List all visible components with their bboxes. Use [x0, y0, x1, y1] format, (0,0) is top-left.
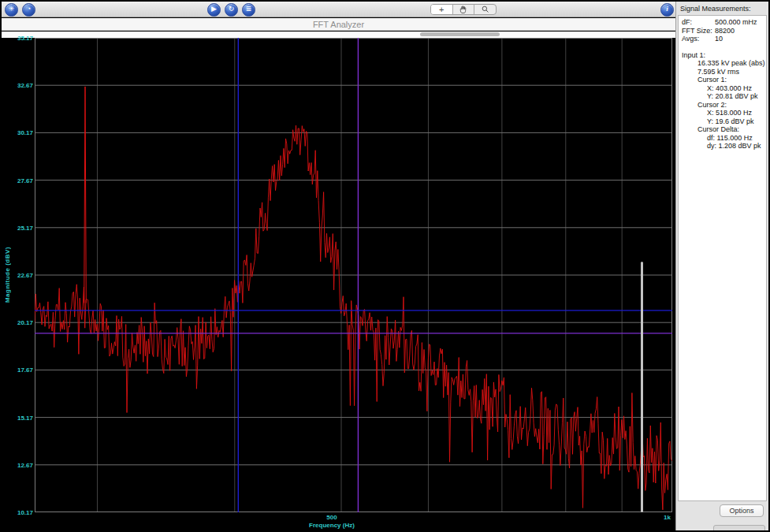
measurement-row: Input 1: — [679, 51, 766, 60]
y-tick-label: 20.17 — [5, 319, 33, 326]
horizontal-scrollbar-thumb[interactable] — [420, 32, 500, 36]
measurement-row: df: 115.000 Hz — [679, 134, 766, 143]
y-tick-label: 32.67 — [5, 82, 33, 89]
snapshot-icon: ≣ — [246, 5, 252, 13]
measurement-row: Cursor Delta: — [679, 125, 766, 134]
magnifier-icon — [481, 5, 490, 14]
snapshot-button[interactable]: ≣ — [242, 3, 255, 17]
vertical-scrollbar-thumb[interactable] — [641, 262, 643, 512]
y-tick-label: 15.17 — [5, 415, 33, 422]
y-tick-label: 10.17 — [5, 509, 33, 516]
meter-icon: ◔ — [27, 5, 31, 13]
measurement-row — [679, 43, 766, 51]
measurements-panel: dF:500.000 mHzFFT Size:88200Avgs:10Input… — [678, 15, 767, 501]
toolbar: ✳ ◔ ▶ ↻ ≣ + i — [2, 2, 675, 17]
spectrum-plot[interactable] — [35, 38, 672, 512]
info-icon: i — [666, 5, 668, 13]
info-button[interactable]: i — [660, 3, 674, 17]
chart-area: Magnitude (dBV) 35.1732.6730.1727.6725.1… — [2, 38, 675, 531]
partial-button[interactable] — [713, 525, 765, 530]
y-tick-label: 12.67 — [5, 462, 33, 469]
horizontal-scrollbar[interactable] — [2, 32, 675, 38]
spectrum-trace — [35, 125, 672, 510]
zoom-tool-segment[interactable] — [474, 5, 496, 14]
fft-analyzer-window: ✳ ◔ ▶ ↻ ≣ + i FFT Analyzer Magnitud — [0, 0, 770, 532]
restart-icon: ↻ — [229, 5, 235, 13]
measurements-sidebar: Signal Measurements: dF:500.000 mHzFFT S… — [675, 2, 768, 530]
y-tick-label: 35.17 — [5, 35, 33, 42]
select-tool-segment[interactable]: + — [431, 5, 453, 14]
y-tick-label: 17.67 — [5, 366, 33, 374]
restart-button[interactable]: ↻ — [225, 3, 238, 17]
analyzer-tools-button[interactable]: ✳ — [5, 3, 18, 17]
measurement-row: dF:500.000 mHz — [679, 18, 766, 27]
measurement-row: Cursor 1: — [679, 76, 766, 84]
pan-tool-segment[interactable] — [453, 5, 475, 14]
measurement-row: Y: 20.81 dBV pk — [679, 92, 766, 101]
tool-segmented-control: + — [430, 4, 497, 15]
hand-icon — [459, 5, 468, 14]
measurement-row: X: 403.000 Hz — [679, 84, 766, 93]
y-tick-label: 30.17 — [5, 129, 33, 136]
tools-icon: ✳ — [9, 5, 15, 13]
measurement-row: 7.595 kV rms — [679, 68, 766, 76]
sidebar-header: Signal Measurements: — [676, 2, 768, 14]
y-tick-label: 27.67 — [5, 177, 33, 184]
measurement-row: Y: 19.6 dBV pk — [679, 117, 766, 126]
x-axis-title: Frequency (Hz) — [277, 522, 387, 529]
x-tick-label: 500 — [320, 514, 344, 521]
measurement-row: dy: 1.208 dBV pk — [679, 142, 766, 151]
pane-title: FFT Analyzer — [313, 20, 364, 29]
y-tick-label: 22.67 — [5, 272, 33, 279]
main-column: ✳ ◔ ▶ ↻ ≣ + i FFT Analyzer Magnitud — [2, 2, 675, 530]
play-button[interactable]: ▶ — [207, 3, 221, 17]
measurement-row: FFT Size:88200 — [679, 27, 766, 35]
pane-titlebar: FFT Analyzer — [2, 18, 675, 31]
measurement-row: Avgs:10 — [679, 35, 766, 43]
measurement-row: X: 518.000 Hz — [679, 109, 766, 117]
play-icon: ▶ — [211, 5, 217, 13]
plus-tool-icon: + — [439, 5, 444, 14]
measurement-row: Cursor 2: — [679, 101, 766, 110]
measurement-row: 16.335 kV peak (abs) — [679, 59, 766, 68]
spectrum-spike — [84, 87, 87, 303]
x-tick-label: 1k — [649, 514, 671, 521]
level-meter-button[interactable]: ◔ — [22, 3, 35, 17]
options-button[interactable]: Options — [720, 504, 764, 517]
y-tick-label: 25.17 — [5, 225, 33, 232]
